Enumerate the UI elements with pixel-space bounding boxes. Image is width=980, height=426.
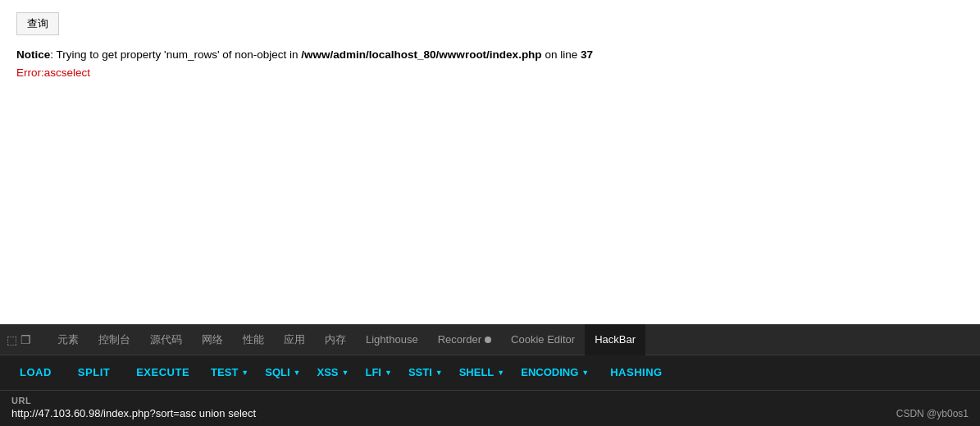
main-content: 查询 Notice: Trying to get property 'num_r… <box>0 0 980 279</box>
url-value[interactable]: http://47.103.60.98/index.php?sort=asc u… <box>11 407 256 419</box>
hackbar-test-dropdown[interactable]: TEST ▼ <box>203 355 257 390</box>
tab-recorder[interactable]: Recorder <box>428 324 501 355</box>
url-bar: URL http://47.103.60.98/index.php?sort=a… <box>0 390 980 426</box>
url-credit: CSDN @yb0os1 <box>896 408 969 419</box>
devtools-tabs: ⬚ ❐ 元素 控制台 源代码 网络 性能 应用 内存 Lighthouse Re… <box>0 324 980 355</box>
hackbar-load-button[interactable]: LOAD <box>7 355 65 390</box>
tab-elements[interactable]: 元素 <box>48 324 89 355</box>
recorder-label: Recorder <box>438 324 481 355</box>
sqli-arrow-icon: ▼ <box>294 355 301 390</box>
tab-network[interactable]: 网络 <box>192 324 233 355</box>
hackbar-encoding-dropdown[interactable]: ENCODING ▼ <box>513 355 597 390</box>
notice-path: /www/admin/localhost_80/wwwroot/index.ph… <box>301 48 541 61</box>
tab-hackbar[interactable]: HackBar <box>585 324 645 355</box>
hackbar-shell-dropdown[interactable]: SHELL ▼ <box>451 355 513 390</box>
devtools-container: ⬚ ❐ 元素 控制台 源代码 网络 性能 应用 内存 Lighthouse Re… <box>0 324 980 426</box>
inspect-icon[interactable]: ❐ <box>21 333 31 346</box>
hackbar-execute-button[interactable]: EXECUTE <box>123 355 203 390</box>
hackbar-xss-dropdown[interactable]: XSS ▼ <box>309 355 358 390</box>
ssti-arrow-icon: ▼ <box>435 355 443 390</box>
cursor-icon[interactable]: ⬚ <box>7 333 17 346</box>
hackbar-ssti-dropdown[interactable]: SSTI ▼ <box>400 355 451 390</box>
encoding-arrow-icon: ▼ <box>581 355 589 390</box>
hackbar-lfi-dropdown[interactable]: LFI ▼ <box>357 355 399 390</box>
shell-arrow-icon: ▼ <box>497 355 504 390</box>
tab-lighthouse[interactable]: Lighthouse <box>356 324 428 355</box>
tab-performance[interactable]: 性能 <box>233 324 274 355</box>
devtools-icons: ⬚ ❐ <box>7 333 41 346</box>
test-arrow-icon: ▼ <box>241 355 248 390</box>
notice-on: on line <box>542 48 581 61</box>
hackbar-hashing-button[interactable]: HASHING <box>597 355 675 390</box>
notice-text: : Trying to get property 'num_rows' of n… <box>50 48 301 61</box>
xss-arrow-icon: ▼ <box>342 355 349 390</box>
tab-sources[interactable]: 源代码 <box>140 324 192 355</box>
notice-label: Notice <box>16 48 50 61</box>
notice-line-num: 37 <box>581 48 593 61</box>
tab-console[interactable]: 控制台 <box>89 324 140 355</box>
tab-application[interactable]: 应用 <box>274 324 315 355</box>
url-label: URL <box>11 396 256 405</box>
error-line: Error:ascselect <box>16 66 964 79</box>
tab-memory[interactable]: 内存 <box>315 324 356 355</box>
lfi-arrow-icon: ▼ <box>385 355 392 390</box>
tab-cookie-editor[interactable]: Cookie Editor <box>501 324 585 355</box>
hackbar-toolbar: LOAD SPLIT EXECUTE TEST ▼ SQLI ▼ XSS ▼ L… <box>0 355 980 390</box>
hackbar-split-button[interactable]: SPLIT <box>65 355 123 390</box>
url-section: URL http://47.103.60.98/index.php?sort=a… <box>11 396 256 419</box>
recorder-dot-icon <box>485 337 491 343</box>
notice-line: Notice: Trying to get property 'num_rows… <box>16 47 964 63</box>
query-button[interactable]: 查询 <box>16 12 59 35</box>
hackbar-sqli-dropdown[interactable]: SQLI ▼ <box>257 355 308 390</box>
